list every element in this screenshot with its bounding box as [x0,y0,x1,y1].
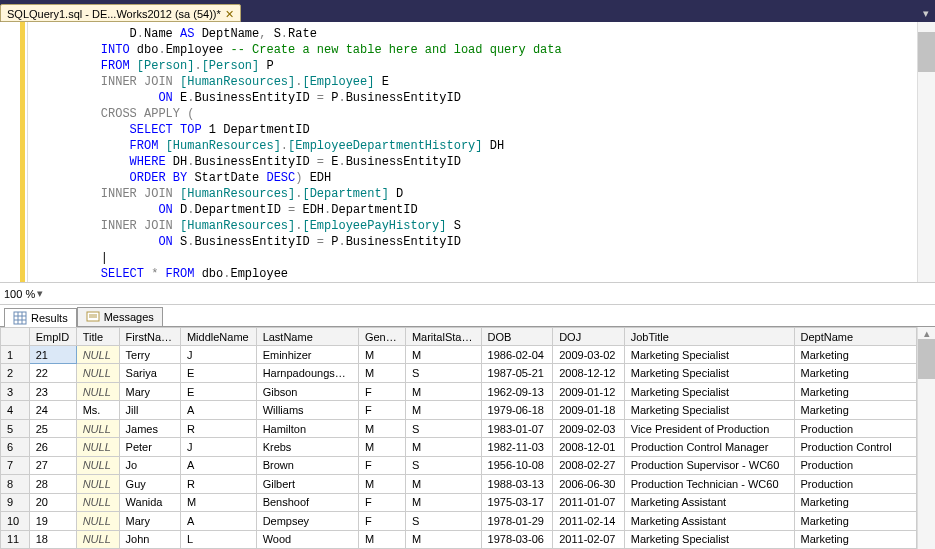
cell-gender[interactable]: M [358,530,405,548]
cell-gender[interactable]: M [358,419,405,437]
table-row[interactable]: 626NULLPeterJKrebsMM1982-11-032008-12-01… [1,438,917,456]
cell-gender[interactable]: F [358,512,405,530]
cell-firstname[interactable]: Peter [119,438,180,456]
cell-maritalstatus[interactable]: M [405,346,481,364]
cell-maritalstatus[interactable]: M [405,382,481,400]
cell-jobtitle[interactable]: Production Control Manager [624,438,794,456]
cell-maritalstatus[interactable]: M [405,493,481,511]
row-number[interactable]: 5 [1,419,30,437]
cell-dob[interactable]: 1962-09-13 [481,382,553,400]
cell-title[interactable]: NULL [76,530,119,548]
cell-empid[interactable]: 22 [29,364,76,382]
cell-doj[interactable]: 2008-02-27 [553,456,625,474]
cell-firstname[interactable]: John [119,530,180,548]
cell-lastname[interactable]: Dempsey [256,512,358,530]
cell-empid[interactable]: 18 [29,530,76,548]
cell-dob[interactable]: 1975-03-17 [481,493,553,511]
results-grid[interactable]: EmpIDTitleFirstNameMiddleNameLastNameGen… [0,327,917,549]
cell-doj[interactable]: 2009-03-02 [553,346,625,364]
cell-title[interactable]: NULL [76,419,119,437]
cell-firstname[interactable]: Mary [119,512,180,530]
cell-deptname[interactable]: Production [794,419,917,437]
row-number[interactable]: 9 [1,493,30,511]
cell-deptname[interactable]: Marketing [794,512,917,530]
cell-middlename[interactable]: J [180,438,256,456]
cell-dob[interactable]: 1978-01-29 [481,512,553,530]
cell-dob[interactable]: 1979-06-18 [481,401,553,419]
cell-gender[interactable]: F [358,382,405,400]
cell-doj[interactable]: 2011-02-14 [553,512,625,530]
cell-deptname[interactable]: Marketing [794,401,917,419]
cell-title[interactable]: NULL [76,456,119,474]
table-row[interactable]: 920NULLWanidaMBenshoofFM1975-03-172011-0… [1,493,917,511]
cell-dob[interactable]: 1987-05-21 [481,364,553,382]
cell-lastname[interactable]: Gibson [256,382,358,400]
table-row[interactable]: 727NULLJoABrownFS1956-10-082008-02-27Pro… [1,456,917,474]
sql-editor[interactable]: D.Name AS DeptName, S.Rate INTO dbo.Empl… [0,22,935,283]
cell-deptname[interactable]: Production Control [794,438,917,456]
row-number[interactable]: 2 [1,364,30,382]
column-header-maritalstatus[interactable]: MaritalStatus [405,328,481,346]
cell-maritalstatus[interactable]: S [405,456,481,474]
cell-gender[interactable]: M [358,346,405,364]
cell-firstname[interactable]: Sariya [119,364,180,382]
zoom-dropdown-icon[interactable]: ▾ [37,287,43,300]
cell-deptname[interactable]: Marketing [794,530,917,548]
cell-middlename[interactable]: E [180,364,256,382]
cell-maritalstatus[interactable]: S [405,419,481,437]
cell-doj[interactable]: 2009-02-03 [553,419,625,437]
cell-jobtitle[interactable]: Marketing Specialist [624,530,794,548]
cell-jobtitle[interactable]: Production Supervisor - WC60 [624,456,794,474]
cell-empid[interactable]: 21 [29,346,76,364]
cell-maritalstatus[interactable]: S [405,364,481,382]
column-header-firstname[interactable]: FirstName [119,328,180,346]
cell-firstname[interactable]: Mary [119,382,180,400]
cell-lastname[interactable]: Gilbert [256,475,358,493]
cell-lastname[interactable]: Harnpadoungsataya [256,364,358,382]
cell-empid[interactable]: 25 [29,419,76,437]
cell-doj[interactable]: 2009-01-18 [553,401,625,419]
cell-firstname[interactable]: Wanida [119,493,180,511]
cell-doj[interactable]: 2011-02-07 [553,530,625,548]
cell-firstname[interactable]: Terry [119,346,180,364]
cell-doj[interactable]: 2006-06-30 [553,475,625,493]
tab-overflow-dropdown[interactable]: ▾ [917,5,935,22]
cell-lastname[interactable]: Brown [256,456,358,474]
cell-empid[interactable]: 19 [29,512,76,530]
row-number[interactable]: 4 [1,401,30,419]
cell-dob[interactable]: 1983-01-07 [481,419,553,437]
cell-middlename[interactable]: R [180,419,256,437]
cell-jobtitle[interactable]: Marketing Assistant [624,512,794,530]
row-number[interactable]: 11 [1,530,30,548]
table-row[interactable]: 1019NULLMaryADempseyFS1978-01-292011-02-… [1,512,917,530]
row-number[interactable]: 6 [1,438,30,456]
cell-deptname[interactable]: Marketing [794,382,917,400]
column-header-dob[interactable]: DOB [481,328,553,346]
cell-middlename[interactable]: J [180,346,256,364]
cell-middlename[interactable]: A [180,512,256,530]
cell-jobtitle[interactable]: Production Technician - WC60 [624,475,794,493]
column-header-gender[interactable]: Gender [358,328,405,346]
cell-gender[interactable]: F [358,401,405,419]
row-number[interactable]: 3 [1,382,30,400]
cell-title[interactable]: NULL [76,382,119,400]
cell-doj[interactable]: 2011-01-07 [553,493,625,511]
cell-maritalstatus[interactable]: M [405,438,481,456]
cell-maritalstatus[interactable]: S [405,512,481,530]
cell-deptname[interactable]: Marketing [794,493,917,511]
cell-maritalstatus[interactable]: M [405,475,481,493]
cell-gender[interactable]: M [358,364,405,382]
cell-title[interactable]: NULL [76,512,119,530]
cell-lastname[interactable]: Krebs [256,438,358,456]
scrollbar-thumb[interactable] [918,339,935,379]
table-row[interactable]: 424Ms.JillAWilliamsFM1979-06-182009-01-1… [1,401,917,419]
cell-lastname[interactable]: Hamilton [256,419,358,437]
cell-middlename[interactable]: R [180,475,256,493]
column-header-lastname[interactable]: LastName [256,328,358,346]
cell-gender[interactable]: M [358,438,405,456]
cell-gender[interactable]: F [358,493,405,511]
cell-jobtitle[interactable]: Vice President of Production [624,419,794,437]
cell-lastname[interactable]: Wood [256,530,358,548]
column-header-empid[interactable]: EmpID [29,328,76,346]
tab-results[interactable]: Results [4,308,77,327]
